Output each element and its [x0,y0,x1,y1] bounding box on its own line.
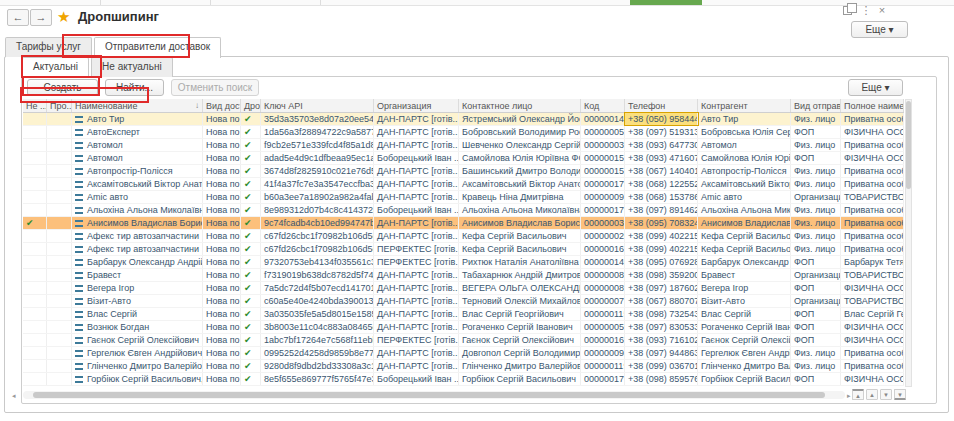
column-header-dro[interactable]: Дро... [241,99,261,112]
create-button[interactable]: Создать [27,79,98,96]
cell-counterparty: Кефа Сергій Васильович, ФОП [698,230,791,242]
cell-code: 000000145 [581,256,625,268]
cell-contact: Бобровський Володимир Ростиславо... [459,126,581,138]
table-row[interactable]: Глінченко Дмитро ВалерійовичНова по...✔9… [23,360,904,373]
cell-flag [23,230,47,242]
strip-divider [210,0,211,5]
cell-name: Анисимов Владислав Борисович [72,217,203,229]
forward-button[interactable]: → [30,9,52,26]
cell-delivery: Нова по... [203,230,241,242]
column-header-sender_type[interactable]: Вид отправи... [791,99,841,112]
column-header-code[interactable]: Код [581,99,625,112]
column-header-label: Телефон [628,101,665,111]
column-header-pro[interactable]: Про... [47,99,72,112]
table-row[interactable]: Авто ТирНова по...✔35d3a35703e8d07a20ee5… [23,113,904,126]
menu-dots-icon[interactable]: ⋮ [860,4,872,16]
cell-sender_type: Организация [791,295,841,307]
cell-phone: +38 (050) 9584448 [625,113,698,125]
sender-name: Візит-Авто [87,296,131,306]
column-header-label: Дро... [244,101,261,111]
cell-dro: ✔ [241,282,261,294]
checkmark-icon: ✔ [244,270,252,280]
table-row[interactable]: Аксамітовський Віктор АнатолійовичНова п… [23,178,904,191]
strip-divider [100,0,101,5]
table-row[interactable]: Візит-АвтоНова по...✔c60a5e40e4240bda390… [23,295,904,308]
table-row[interactable]: АвтоЕкспертНова по...✔1da56a3f28894722c9… [23,126,904,139]
checkmark-icon: ✔ [244,374,252,384]
hscroll-left-arrow[interactable]: ◂ [12,392,16,400]
cell-api: 3b8003e11c04c883a08465ebe944cab0 [261,321,374,333]
back-button[interactable]: ← [7,9,29,26]
cell-contact: Влас Сергій Георгійович [459,308,581,320]
cell-pro [47,334,72,346]
table-row[interactable]: Барбарук Олександр АндрійовичНова по...✔… [23,256,904,269]
go-bottom-button[interactable]: ▼ [894,389,906,400]
column-header-full_name[interactable]: Полное наименова... [841,99,904,112]
cell-full_name: ФІЗИЧНА ОСОБА-... [841,373,904,385]
cell-org: ДАН-ПАРТС [готів... [374,165,459,177]
cell-sender_type: Физ. лицо [791,347,841,359]
column-header-counterparty[interactable]: Контрагент [698,99,791,112]
cell-name: АвтоЕксперт [72,126,203,138]
favorite-star-icon[interactable]: ★ [57,8,70,26]
cell-code: 000000175 [581,204,625,216]
cell-phone: +38 (097) 8914628 [625,204,698,216]
sender-name: Альохіна Альона Миколаївна, ФОП [87,205,203,215]
cell-full_name: Приватна особа [841,360,904,372]
column-header-name[interactable]: Наименование↓ [72,99,203,112]
table-row[interactable]: Афекс тир автозапчастиниНова по...✔c67fd… [23,243,904,256]
checkmark-icon: ✔ [244,166,252,176]
list-more-button[interactable]: Еще ▾ [848,79,903,96]
table-row[interactable]: Горбіюк Сергій Васильович,ФОПНова по...✔… [23,373,904,386]
table-row[interactable]: АвтомолНова по...✔adad5e4d9c1dfbeaa95ec1… [23,152,904,165]
subtab-0[interactable]: Актуальні [22,57,89,78]
table-row[interactable]: Альохіна Альона Миколаївна, ФОПНова по..… [23,204,904,217]
horizontal-scrollbar-thumb[interactable] [33,392,825,398]
cell-dro: ✔ [241,269,261,281]
vertical-scrollbar-thumb[interactable] [906,101,911,189]
cell-contact: Довгопол Сергій Володимирович [459,347,581,359]
table-row[interactable]: БравестНова по...✔f7319019b638dc8782d5f7… [23,269,904,282]
cell-code: 000000119 [581,360,625,372]
table-row[interactable]: ✔Анисимов Владислав БорисовичНова по...✔… [23,217,904,230]
cell-flag [23,243,47,255]
sender-name: Amic авто [87,192,128,202]
cancel-search-button[interactable]: Отменить поиск [171,79,259,96]
tab-1[interactable]: Отправители доставок [94,37,221,58]
catalog-item-icon [75,116,83,123]
subtab-1[interactable]: Не актуальні [91,57,173,77]
tab-0[interactable]: Тарифы услуг [5,37,92,57]
column-header-flag[interactable]: Не ... [23,99,47,112]
column-header-delivery[interactable]: Вид дост... [203,99,241,112]
table-row[interactable]: Афекс тир автозапчастиниНова по...✔c67fd… [23,230,904,243]
cell-org: ДАН-ПАРТС [готів... [374,308,459,320]
column-header-contact[interactable]: Контактное лицо [459,99,581,112]
cell-sender_type: Физ. лицо [791,165,841,177]
go-top-button[interactable]: ▲ [852,389,864,400]
table-row[interactable]: АвтомолНова по...✔f9cb2e571e339fcd4f85a1… [23,139,904,152]
table-row[interactable]: Влас СергійНова по...✔3a035035fe5a5d8015… [23,308,904,321]
table-row[interactable]: Гаєнок Сергій ОлексійовичНова по...✔1abc… [23,334,904,347]
catalog-item-icon [75,298,83,305]
go-down-button[interactable]: ▼ [880,389,892,400]
table-row[interactable]: Вознюк БогданНова по...✔3b8003e11c04c883… [23,321,904,334]
close-icon[interactable]: × [876,4,888,16]
table-row[interactable]: Автопростір-ПоліссяНова по...✔3674d8f282… [23,165,904,178]
hscroll-right-arrow[interactable]: ▸ [847,392,851,400]
link-icon[interactable] [843,6,852,15]
cell-org: ПЕРФЕКТЕС [готів... [374,334,459,346]
column-header-label: Наименование [75,101,137,111]
column-header-phone[interactable]: Телефон [625,99,698,112]
cell-org: Боборецький Іван ... [374,373,459,385]
table-row[interactable]: Amic автоНова по...✔b60a3ee7a18902a982a4… [23,191,904,204]
table-row[interactable]: Вегера ІгорНова по...✔7a5dc72d4f5b07ecd1… [23,282,904,295]
column-header-org[interactable]: Организация [374,99,459,112]
go-up-button[interactable]: ▲ [866,389,878,400]
strip-divider [320,0,321,5]
find-button[interactable]: Найти... [105,79,164,96]
table-row[interactable]: Гергелюк Євген АндрійовичНова по...✔0995… [23,347,904,360]
vertical-scrollbar[interactable] [905,99,912,387]
column-header-api[interactable]: Ключ API [261,99,374,112]
horizontal-scrollbar[interactable] [23,391,845,399]
window-more-button[interactable]: Еще ▾ [851,21,908,38]
